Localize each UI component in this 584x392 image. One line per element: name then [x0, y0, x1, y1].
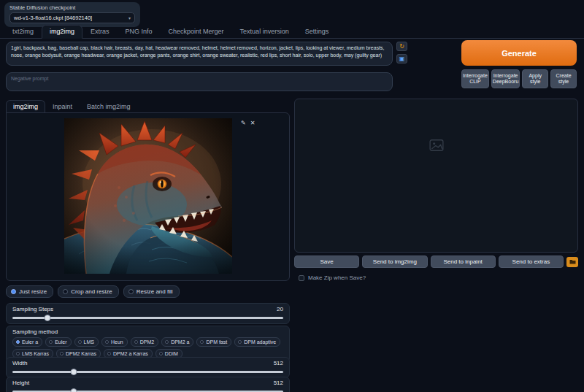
- height-slider[interactable]: [12, 388, 283, 392]
- radio-dot-icon: [16, 352, 20, 356]
- negative-prompt-input[interactable]: [6, 72, 393, 91]
- sampler-label: DPM fast: [206, 339, 227, 345]
- sampler-option-euler[interactable]: Euler: [45, 337, 71, 347]
- slider-thumb[interactable]: [70, 369, 77, 375]
- tab-checkpoint-merger[interactable]: Checkpoint Merger: [161, 25, 232, 39]
- chevron-down-icon: ▾: [128, 15, 131, 20]
- sampler-label: LMS: [84, 339, 94, 345]
- height-block: Height 512: [6, 377, 290, 392]
- radio-dot-icon: [11, 289, 16, 294]
- create-style-button[interactable]: Create style: [550, 69, 577, 88]
- sampler-option-euler-a[interactable]: Euler a: [12, 337, 42, 347]
- radio-dot-icon: [107, 352, 111, 356]
- prompt-tools: ↻ ▣: [396, 42, 407, 64]
- prompt-input[interactable]: 1girl, backpack, bag, baseball cap, blac…: [6, 42, 393, 66]
- make-zip-checkbox[interactable]: [299, 275, 304, 281]
- radio-dot-icon: [165, 340, 169, 344]
- resize-option-just-resize[interactable]: Just resize: [6, 285, 53, 298]
- radio-dot-icon: [105, 340, 109, 344]
- send-to-extras-button[interactable]: Send to extras: [499, 255, 564, 268]
- radio-dot-icon: [49, 340, 53, 344]
- width-block: Width 512: [6, 357, 290, 378]
- slider-thumb[interactable]: [70, 388, 77, 392]
- paste-button[interactable]: ▣: [396, 54, 407, 64]
- resize-option-label: Crop and resize: [71, 288, 112, 295]
- make-zip-label: Make Zip when Save?: [308, 274, 366, 281]
- make-zip-row: Make Zip when Save?: [299, 274, 366, 281]
- save-button[interactable]: Save: [294, 255, 359, 268]
- sampler-label: DPM2: [140, 339, 154, 345]
- radio-dot-icon: [16, 340, 20, 344]
- sampler-label: Euler: [55, 339, 66, 345]
- checkpoint-label: Stable Diffusion checkpoint: [9, 4, 135, 11]
- output-gallery: [294, 99, 578, 253]
- width-label: Width: [12, 360, 27, 366]
- sampler-option-dpm-fast[interactable]: DPM fast: [196, 337, 231, 347]
- width-value: 512: [274, 360, 283, 366]
- sampler-label: DPM2 a: [171, 339, 189, 345]
- sampler-label: DPM2 a Karras: [113, 351, 148, 356]
- radio-dot-icon: [128, 289, 134, 294]
- tab-settings[interactable]: Settings: [297, 25, 337, 39]
- slider-track[interactable]: [12, 317, 283, 319]
- sampler-label: DDIM: [165, 351, 178, 356]
- roll-button[interactable]: ↻: [396, 42, 407, 51]
- clear-image-icon[interactable]: ✕: [250, 120, 256, 126]
- sampler-label: DPM2 Karras: [66, 351, 96, 356]
- apply-style-button[interactable]: Apply style: [522, 69, 548, 88]
- resize-option-resize-and-fill[interactable]: Resize and fill: [123, 285, 180, 298]
- sampler-option-dpm2-a[interactable]: DPM2 a: [161, 337, 193, 347]
- interrogate-clip-button[interactable]: Interrogate CLIP: [461, 69, 489, 88]
- sampler-label: Euler a: [22, 339, 38, 345]
- sampler-option-dpm-adaptive[interactable]: DPM adaptive: [234, 337, 280, 347]
- sampling-steps-slider[interactable]: [12, 315, 283, 321]
- checkpoint-select[interactable]: wd-v1-3-float16.ckpt [84692140] ▾: [9, 12, 135, 23]
- height-label: Height: [12, 380, 29, 386]
- sampling-method-label: Sampling method: [12, 328, 58, 335]
- checkpoint-panel: Stable Diffusion checkpoint wd-v1-3-floa…: [4, 2, 140, 27]
- radio-dot-icon: [159, 352, 163, 356]
- resize-option-label: Just resize: [19, 288, 47, 295]
- main-tabbar: txt2img img2img Extras PNG Info Checkpoi…: [0, 26, 584, 39]
- sampler-row-1: Euler a Euler LMS Heun DPM2 DPM2 a DPM f…: [12, 337, 283, 347]
- sampler-option-lms[interactable]: LMS: [74, 337, 99, 347]
- tab-extras[interactable]: Extras: [82, 25, 118, 39]
- radio-dot-icon: [78, 340, 82, 344]
- img2img-subtabs: img2img Inpaint Batch img2img: [6, 100, 138, 113]
- width-slider[interactable]: [12, 369, 283, 375]
- checkpoint-value: wd-v1-3-float16.ckpt [84692140]: [14, 15, 92, 21]
- tab-txt2img[interactable]: txt2img: [4, 25, 42, 39]
- radio-dot-icon: [200, 340, 204, 344]
- sampler-option-dpm2[interactable]: DPM2: [131, 337, 158, 347]
- radio-dot-icon: [134, 340, 138, 344]
- tab-png-info[interactable]: PNG Info: [118, 25, 161, 39]
- output-actions-row: Save Send to img2img Send to inpaint Sen…: [294, 255, 578, 268]
- sampling-steps-block: Sampling Steps 20: [6, 303, 290, 324]
- slider-track[interactable]: [12, 371, 283, 373]
- generate-button[interactable]: Generate: [461, 40, 577, 66]
- send-to-img2img-button[interactable]: Send to img2img: [362, 255, 427, 268]
- send-to-inpaint-button[interactable]: Send to inpaint: [431, 255, 496, 268]
- open-folder-button[interactable]: [566, 257, 578, 267]
- height-value: 512: [274, 380, 283, 386]
- interrogate-deepbooru-button[interactable]: Interrogate DeepBooru: [491, 69, 520, 88]
- tab-textual-inversion[interactable]: Textual inversion: [232, 25, 297, 39]
- resize-option-crop-and-resize[interactable]: Crop and resize: [58, 285, 118, 298]
- sampling-steps-label: Sampling Steps: [12, 306, 53, 312]
- sampler-label: Heun: [111, 339, 123, 345]
- sampler-label: LMS Karras: [22, 351, 49, 356]
- resize-mode-group: Just resize Crop and resize Resize and f…: [6, 285, 180, 298]
- tab-img2img[interactable]: img2img: [42, 25, 82, 39]
- sampler-option-heun[interactable]: Heun: [101, 337, 128, 347]
- image-placeholder-icon: [429, 139, 444, 151]
- edit-image-icon[interactable]: ✎: [241, 120, 246, 126]
- radio-dot-icon: [238, 340, 242, 344]
- input-image[interactable]: [64, 118, 232, 274]
- folder-icon: [569, 259, 576, 264]
- radio-dot-icon: [60, 352, 64, 356]
- sampler-label: DPM adaptive: [244, 339, 276, 345]
- radio-dot-icon: [63, 289, 68, 294]
- slider-thumb[interactable]: [45, 315, 51, 321]
- style-actions-row: Interrogate CLIP Interrogate DeepBooru A…: [461, 69, 577, 88]
- image-toolbar: ✎ ✕: [241, 120, 255, 126]
